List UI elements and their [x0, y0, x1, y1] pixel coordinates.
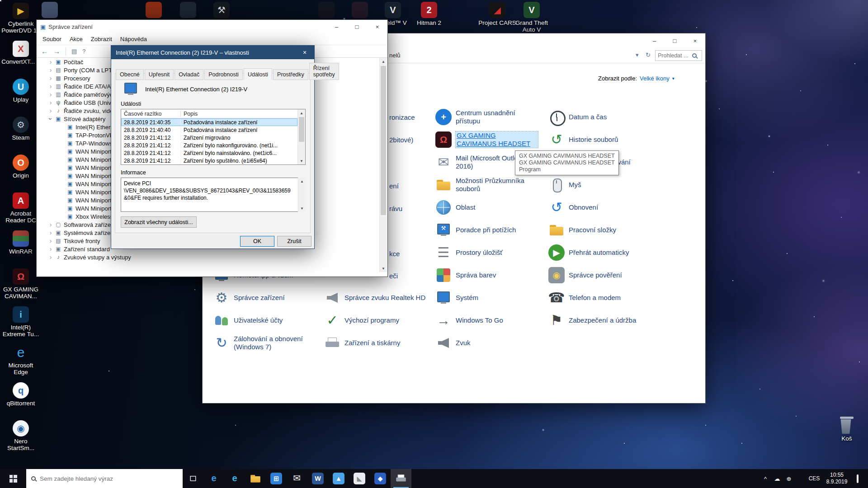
desktop-icon[interactable]: ΩGX GAMING CAVIMAN... [1, 268, 41, 300]
dialog-tab[interactable]: Prostředky [273, 69, 308, 80]
device-manager-taskbar-icon[interactable] [391, 469, 411, 488]
minimize-button[interactable]: – [644, 33, 665, 48]
breadcrumb[interactable]: nelů [389, 52, 401, 59]
cp-item-sound[interactable]: Zvuk [435, 335, 540, 351]
event-row[interactable]: 28.8.2019 21:41:12Zařízení bylo nakonfig… [121, 141, 297, 149]
desktop-icon[interactable]: eMicrosoft Edge [1, 344, 41, 375]
dialog-titlebar[interactable]: Intel(R) Ethernet Connection (2) I219-V … [111, 46, 314, 59]
edge-taskbar-icon[interactable]: e [224, 469, 245, 488]
event-row[interactable]: 28.8.2019 21:41:12Zařízení bylo nainstal… [121, 149, 297, 157]
scroll-down-icon[interactable]: ▼ [298, 205, 306, 212]
show-all-events-button[interactable]: Zobrazit všechny události... [121, 216, 197, 228]
search-input[interactable] [658, 52, 692, 59]
scroll-up-icon[interactable]: ▲ [298, 178, 306, 185]
taskbar-search[interactable] [26, 469, 183, 488]
dialog-tab[interactable]: Ovladač [175, 69, 203, 80]
desktop-icon[interactable]: XConvertXT... 7 [1, 41, 41, 65]
cp-item-mouse[interactable]: Myš [548, 177, 653, 193]
scroll-up-icon[interactable]: ▲ [298, 109, 305, 117]
expand-icon[interactable]: › [47, 58, 54, 66]
forward-icon[interactable]: → [53, 47, 60, 55]
recycle-bin[interactable]: Koš [830, 417, 863, 442]
help-icon[interactable]: ? [82, 48, 85, 55]
menu-item-akce[interactable]: Akce [66, 36, 87, 42]
event-row[interactable]: 28.8.2019 21:41:12Zařízení bylo spuštěno… [121, 157, 297, 164]
event-row[interactable]: 28.8.2019 21:40:40Požadována instalace z… [121, 126, 297, 134]
refresh-icon[interactable]: ↻ [646, 52, 651, 58]
menu-item-nápověda[interactable]: Nápověda [116, 36, 151, 42]
cp-item-user-accounts[interactable]: Uživatelské účty [213, 312, 318, 328]
expand-icon[interactable]: › [47, 237, 54, 244]
desktop-icon[interactable]: 2Hitman 2 [409, 2, 449, 26]
control-panel-search[interactable] [655, 50, 702, 61]
cp-item-folder-options[interactable]: Možnosti Průzkumníka souborů [435, 177, 540, 193]
menu-item-soubor[interactable]: Soubor [38, 36, 66, 42]
scrollbar-thumb[interactable] [299, 117, 304, 142]
cp-item-region[interactable]: Oblast [435, 199, 540, 216]
cp-item-storage-spaces[interactable]: ☰Prostory úložišť [435, 244, 540, 261]
close-button[interactable]: × [367, 20, 387, 33]
events-scrollbar[interactable]: ▲ ▼ [297, 109, 305, 164]
desktop-icon[interactable]: ◉Nero StartSm... [1, 420, 41, 451]
dialog-tab[interactable]: Řízení spotřeby [309, 63, 339, 80]
cp-item-ease-of-access[interactable]: +Centrum usnadnění přístupu [435, 109, 540, 125]
mail-icon[interactable]: ✉ [287, 469, 307, 488]
start-button[interactable] [0, 469, 26, 488]
tree-scrollbar[interactable]: ▲ ▼ [379, 58, 387, 272]
event-row[interactable]: 28.8.2019 21:41:12Zařízení migrováno [121, 134, 297, 141]
view-by-value[interactable]: Velké ikony [640, 75, 670, 82]
language-indicator[interactable]: CES [807, 475, 822, 482]
taskbar-search-input[interactable] [40, 475, 166, 482]
expand-icon[interactable]: › [47, 253, 54, 261]
internet-explorer-icon[interactable]: e [203, 469, 224, 488]
tray-chevron-icon[interactable]: ^ [760, 475, 771, 482]
cp-item-windows-to-go[interactable]: →Windows To Go [435, 312, 540, 328]
cp-item-system[interactable]: Systém [435, 290, 540, 306]
expand-icon[interactable]: › [47, 83, 54, 90]
cp-item-phone-modem[interactable]: ☎Telefon a modem [548, 290, 653, 306]
desktop-icon[interactable]: ⚒ [202, 2, 241, 18]
cp-item-troubleshooting[interactable]: ⚒Poradce při potížích [435, 222, 540, 238]
cp-item-security-maintenance[interactable]: ⚑Zabezpečení a údržba [548, 312, 653, 328]
expand-icon[interactable]: › [47, 221, 54, 228]
scroll-down-icon[interactable]: ▼ [298, 157, 305, 164]
dialog-tab[interactable]: Události [244, 68, 272, 80]
expand-icon[interactable]: › [47, 245, 54, 253]
desktop-icon[interactable]: AAcrobat Reader DC [1, 192, 41, 224]
info-scrollbar[interactable]: ▲ ▼ [298, 178, 306, 212]
cloud-icon[interactable]: ☁ [771, 475, 783, 482]
clock[interactable]: 10:55 8.9.2019 [822, 472, 852, 485]
gallery-icon[interactable]: ◣ [349, 469, 370, 488]
dialog-tab[interactable]: Upřesnit [145, 69, 174, 80]
cp-item-autoplay[interactable]: ▶Přehrát automaticky [548, 244, 653, 261]
maximize-button[interactable]: □ [665, 33, 685, 48]
network-icon[interactable]: ⊕ [783, 475, 795, 482]
device-manager-titlebar[interactable]: ▣ Správce zařízení – □ × [37, 20, 387, 33]
ok-button[interactable]: OK [240, 236, 274, 247]
scroll-up-icon[interactable]: ▲ [380, 58, 387, 65]
desktop-icon[interactable]: qqBittorrent [1, 382, 41, 407]
cp-item-work-folders[interactable]: Pracovní složky [548, 222, 653, 238]
chevron-down-icon[interactable]: ▾ [636, 52, 639, 58]
cp-item-default-programs[interactable]: ✓Výchozí programy [324, 312, 429, 328]
cp-item-backup-restore[interactable]: ↻Zálohování a obnovení (Windows 7) [213, 335, 318, 351]
scroll-down-icon[interactable]: ▼ [380, 265, 387, 272]
expand-icon[interactable]: › [47, 66, 54, 74]
cp-item-devices-printers[interactable]: Zařízení a tiskárny [324, 335, 429, 351]
collapse-icon[interactable]: › [47, 115, 54, 122]
word-icon[interactable]: W [307, 469, 328, 488]
file-explorer-icon[interactable] [245, 469, 266, 488]
desktop-icon[interactable]: VGrand Theft Auto V [512, 2, 552, 33]
desktop-icon[interactable] [134, 2, 174, 18]
cp-item-color-management[interactable]: Správa barev [435, 267, 540, 283]
information-textbox[interactable]: Device PCI \VEN_8086&DEV_15B8&SUBSYS_867… [121, 178, 306, 212]
scrollbar-thumb[interactable] [381, 66, 386, 215]
desktop-icon[interactable]: UUplay [1, 79, 41, 103]
desktop-icon[interactable]: iIntel(R) Extreme Tu... [1, 306, 41, 338]
menu-item-zobrazit[interactable]: Zobrazit [87, 36, 116, 42]
cancel-button[interactable]: Zrušit [277, 236, 311, 247]
expand-icon[interactable]: › [47, 91, 54, 98]
cp-item-credential-manager[interactable]: ◉Správce pověření [548, 267, 653, 283]
cp-item-realtek-audio[interactable]: Správce zvuku Realtek HD [324, 290, 429, 306]
cp-item-date-time[interactable]: Datum a čas [548, 109, 653, 125]
